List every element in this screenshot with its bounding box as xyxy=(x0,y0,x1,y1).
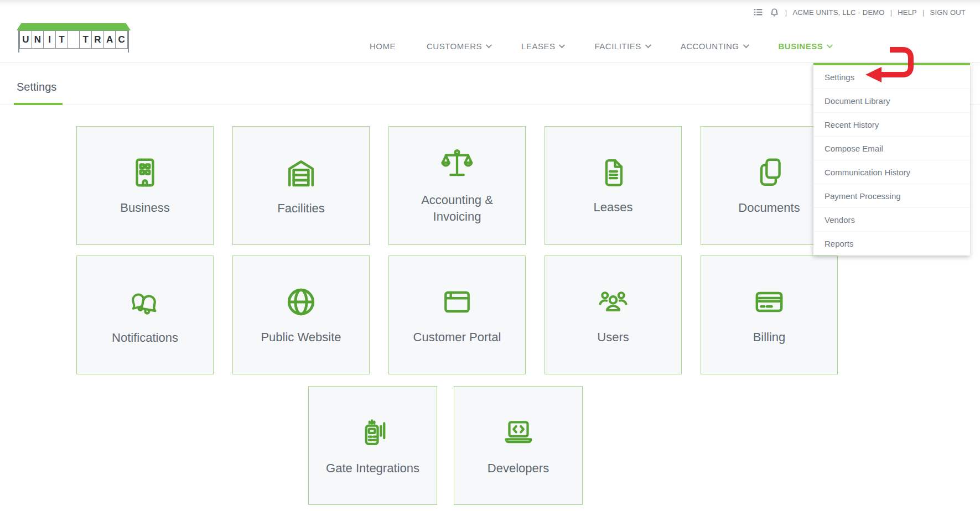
separator: | xyxy=(890,8,893,17)
tile-label: Developers xyxy=(488,460,549,477)
chevron-down-icon xyxy=(827,42,833,48)
tile-public-website[interactable]: Public Website xyxy=(232,255,370,374)
help-link[interactable]: HELP xyxy=(898,8,917,17)
nav-item-customers[interactable]: CUSTOMERS xyxy=(427,41,490,51)
business-dropdown-menu: Settings Document Library Recent History… xyxy=(813,63,970,255)
tile-label: Users xyxy=(597,329,629,346)
globe-icon xyxy=(284,285,318,319)
tile-label: Notifications xyxy=(112,330,178,346)
chevron-down-icon xyxy=(645,42,651,48)
tile-billing[interactable]: Billing xyxy=(701,255,838,374)
menu-item-compose-email[interactable]: Compose Email xyxy=(813,137,970,160)
balance-scale-icon xyxy=(438,147,476,182)
nav-item-business[interactable]: BUSINESS xyxy=(779,41,832,51)
tile-business[interactable]: Business xyxy=(76,126,214,245)
laptop-code-icon xyxy=(500,415,537,450)
logo-letter: R xyxy=(92,30,104,49)
logo-letter xyxy=(68,30,80,49)
nav-label: LEASES xyxy=(521,41,555,51)
settings-page: | ACME UNITS, LLC - DEMO | HELP | SIGN O… xyxy=(0,0,980,511)
tile-label: Facilities xyxy=(277,200,325,217)
active-tab-indicator xyxy=(14,103,63,105)
nav-label: FACILITIES xyxy=(594,41,641,51)
logo-letter: N xyxy=(32,30,44,49)
logo-letter: C xyxy=(116,30,128,49)
page-title: Settings xyxy=(17,81,56,93)
tile-customer-portal[interactable]: Customer Portal xyxy=(388,255,526,374)
users-group-icon xyxy=(595,285,631,319)
tile-label: Public Website xyxy=(261,329,341,346)
top-edge-band xyxy=(0,0,980,6)
logo-letter: T xyxy=(80,30,92,49)
account-link[interactable]: ACME UNITS, LLC - DEMO xyxy=(792,8,884,17)
tile-label: Accounting & Invoicing xyxy=(402,192,512,225)
logo-letter: T xyxy=(56,30,68,49)
logo-letter: I xyxy=(44,30,56,49)
tile-accounting-invoicing[interactable]: Accounting & Invoicing xyxy=(388,126,526,245)
nav-item-home[interactable]: HOME xyxy=(370,41,396,51)
nav-item-facilities[interactable]: FACILITIES xyxy=(594,41,649,51)
signout-link[interactable]: SIGN OUT xyxy=(930,8,966,17)
tile-label: Customer Portal xyxy=(413,329,501,346)
task-list-icon[interactable] xyxy=(753,7,764,18)
tile-label: Documents xyxy=(738,200,800,216)
menu-item-document-library[interactable]: Document Library xyxy=(813,89,970,113)
bells-icon xyxy=(125,284,165,320)
utility-bar: | ACME UNITS, LLC - DEMO | HELP | SIGN O… xyxy=(753,7,966,18)
building-icon xyxy=(128,155,162,190)
menu-item-settings[interactable]: Settings xyxy=(813,65,970,89)
tile-notifications[interactable]: Notifications xyxy=(76,255,214,374)
gate-remote-icon xyxy=(355,415,391,450)
menu-item-payment-processing[interactable]: Payment Processing xyxy=(813,184,970,208)
bell-icon[interactable] xyxy=(769,7,780,18)
menu-item-recent-history[interactable]: Recent History xyxy=(813,113,970,137)
separator: | xyxy=(785,8,787,17)
tile-users[interactable]: Users xyxy=(545,255,682,374)
tile-label: Leases xyxy=(594,199,633,216)
tile-gate-integrations[interactable]: Gate Integrations xyxy=(308,386,437,505)
nav-item-accounting[interactable]: ACCOUNTING xyxy=(681,41,748,51)
chevron-down-icon xyxy=(559,42,565,48)
tile-facilities[interactable]: Facilities xyxy=(232,126,370,245)
menu-item-reports[interactable]: Reports xyxy=(813,232,970,255)
logo-roof xyxy=(17,23,131,30)
logo-leg xyxy=(128,30,129,53)
credit-card-icon xyxy=(751,285,787,319)
nav-item-leases[interactable]: LEASES xyxy=(521,41,563,51)
menu-item-communication-history[interactable]: Communication History xyxy=(813,160,970,184)
tile-leases[interactable]: Leases xyxy=(545,126,682,245)
nav-label: BUSINESS xyxy=(779,41,823,51)
chevron-down-icon xyxy=(743,42,749,48)
document-icon xyxy=(597,156,630,189)
nav-label: HOME xyxy=(370,41,396,51)
nav-label: CUSTOMERS xyxy=(427,41,482,51)
tile-developers[interactable]: Developers xyxy=(454,386,583,505)
separator: | xyxy=(922,8,925,17)
menu-item-vendors[interactable]: Vendors xyxy=(813,208,970,232)
logo-leg xyxy=(18,30,19,53)
nav-label: ACCOUNTING xyxy=(681,41,739,51)
storage-garage-icon xyxy=(283,155,319,190)
main-nav: HOME CUSTOMERS LEASES FACILITIES ACCOUNT… xyxy=(370,39,831,53)
chevron-down-icon xyxy=(486,42,492,48)
logo-letters: U N I T T R A C xyxy=(19,30,128,49)
browser-window-icon xyxy=(440,285,474,319)
tile-label: Gate Integrations xyxy=(326,460,419,477)
logo-letter: U xyxy=(19,30,32,49)
unit-trac-logo[interactable]: U N I T T R A C xyxy=(17,23,131,49)
tile-label: Billing xyxy=(753,329,786,346)
tile-label: Business xyxy=(120,200,169,216)
logo-letter: A xyxy=(104,30,116,49)
copy-pages-icon xyxy=(752,155,786,190)
